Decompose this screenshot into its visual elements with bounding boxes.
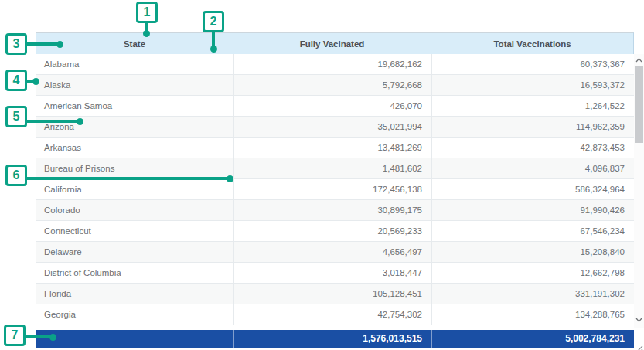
cell-fully-vaccinated: 30,899,175	[234, 200, 432, 220]
table-widget-screenshot: State Fully Vacinated Total Vaccinations…	[0, 0, 644, 350]
callout-3: 3	[5, 33, 27, 55]
cell-total-vaccinations: 60,373,367	[432, 54, 635, 74]
callout-5-stem	[26, 120, 80, 123]
cell-state: Connecticut	[36, 221, 234, 241]
cell-state: Alabama	[36, 54, 234, 74]
callout-1-dot	[143, 30, 150, 37]
cell-state: American Samoa	[36, 96, 234, 116]
callout-6-stem	[26, 177, 230, 180]
header-scrollbar-spacer	[634, 32, 644, 54]
callout-6: 6	[5, 165, 27, 186]
cell-fully-vaccinated: 3,018,447	[234, 263, 432, 283]
table-row: Connecticut 20,569,233 67,546,234	[36, 221, 635, 242]
cell-fully-vaccinated: 42,754,302	[234, 304, 432, 325]
cell-fully-vaccinated: 19,682,162	[234, 54, 432, 74]
totals-row: 1,576,013,515 5,002,784,231	[36, 330, 634, 348]
callout-4: 4	[5, 70, 27, 91]
column-header-total-vaccinations[interactable]: Total Vaccinations	[431, 32, 634, 54]
cell-total-vaccinations: 134,288,765	[432, 304, 635, 325]
cell-fully-vaccinated: 20,569,233	[234, 221, 432, 241]
cell-state: District of Columbia	[36, 263, 234, 283]
table-row: Bureau of Prisons 1,481,602 4,096,837	[36, 158, 635, 179]
table-row: Florida 105,128,451 331,191,302	[36, 284, 635, 304]
callout-2: 2	[203, 11, 224, 32]
totals-state-cell	[36, 330, 233, 348]
column-header-fully-vaccinated[interactable]: Fully Vacinated	[233, 32, 431, 54]
cell-total-vaccinations: 331,191,302	[432, 284, 635, 304]
resize-corner-icon	[636, 345, 643, 350]
callout-5: 5	[5, 106, 27, 127]
cell-total-vaccinations: 42,873,453	[432, 138, 635, 158]
callout-3-stem	[26, 42, 60, 46]
header-row: State Fully Vacinated Total Vaccinations	[36, 32, 644, 54]
cell-state: California	[36, 179, 234, 199]
cell-total-vaccinations: 12,662,798	[432, 263, 635, 283]
callout-4-dot	[32, 78, 39, 85]
table-row: District of Columbia 3,018,447 12,662,79…	[36, 263, 635, 284]
table-widget: State Fully Vacinated Total Vaccinations…	[36, 32, 644, 348]
cell-state: Delaware	[36, 242, 234, 262]
cell-total-vaccinations: 114,962,359	[432, 117, 635, 137]
callout-1: 1	[136, 2, 158, 23]
chevron-up-icon	[635, 58, 642, 63]
callout-2-dot	[210, 46, 217, 53]
cell-fully-vaccinated: 1,481,602	[234, 158, 432, 178]
chevron-down-icon	[635, 318, 642, 322]
table-row: Georgia 42,754,302 134,288,765	[36, 304, 635, 325]
table-row: Alabama 19,682,162 60,373,367	[36, 54, 635, 75]
resize-handle[interactable]	[636, 342, 643, 348]
totals-fully-vaccinated: 1,576,013,515	[233, 330, 431, 348]
cell-total-vaccinations: 16,593,372	[432, 75, 635, 95]
cell-state: Alaska	[36, 75, 234, 95]
cell-fully-vaccinated: 35,021,994	[234, 117, 432, 137]
callout-7-dot	[49, 334, 56, 341]
cell-fully-vaccinated: 426,070	[234, 96, 432, 116]
column-header-state[interactable]: State	[36, 32, 233, 54]
totals-total-vaccinations: 5,002,784,231	[431, 330, 634, 348]
table-row: Delaware 4,656,497 15,208,840	[36, 242, 635, 263]
callout-6-dot	[227, 175, 233, 182]
cell-state: Bureau of Prisons	[36, 158, 234, 178]
scroll-up-button[interactable]	[634, 55, 644, 66]
table-rows: Alabama 19,682,162 60,373,367 Alaska 5,7…	[36, 54, 635, 325]
scroll-down-button[interactable]	[634, 314, 644, 325]
callout-7-stem	[24, 335, 53, 338]
table-row: American Samoa 426,070 1,264,522	[36, 96, 635, 117]
callout-5-dot	[77, 118, 83, 125]
cell-fully-vaccinated: 105,128,451	[234, 284, 432, 304]
cell-fully-vaccinated: 4,656,497	[234, 242, 432, 262]
cell-state: Arkansas	[36, 138, 234, 158]
cell-fully-vaccinated: 172,456,138	[234, 179, 432, 199]
cell-state: Colorado	[36, 200, 234, 220]
cell-state: Georgia	[36, 304, 234, 325]
cell-total-vaccinations: 15,208,840	[432, 242, 635, 262]
callout-3-dot	[56, 41, 63, 48]
cell-state: Florida	[36, 284, 234, 304]
cell-fully-vaccinated: 5,792,668	[234, 75, 432, 95]
table-row: Alaska 5,792,668 16,593,372	[36, 75, 635, 96]
scroll-thumb[interactable]	[635, 66, 643, 143]
cell-total-vaccinations: 4,096,837	[432, 158, 635, 178]
cell-fully-vaccinated: 13,481,269	[234, 138, 432, 158]
table-row: Arizona 35,021,994 114,962,359	[36, 117, 635, 138]
table-row: Colorado 30,899,175 91,990,426	[36, 200, 635, 221]
table-row: California 172,456,138 586,324,964	[36, 179, 635, 200]
callout-7: 7	[4, 325, 26, 346]
cell-total-vaccinations: 1,264,522	[432, 96, 635, 116]
table-row: Arkansas 13,481,269 42,873,453	[36, 138, 635, 158]
table-body: Alabama 19,682,162 60,373,367 Alaska 5,7…	[36, 54, 644, 328]
cell-total-vaccinations: 586,324,964	[432, 179, 635, 199]
cell-total-vaccinations: 67,546,234	[432, 221, 635, 241]
vertical-scrollbar[interactable]	[634, 54, 644, 328]
cell-total-vaccinations: 91,990,426	[432, 200, 635, 220]
